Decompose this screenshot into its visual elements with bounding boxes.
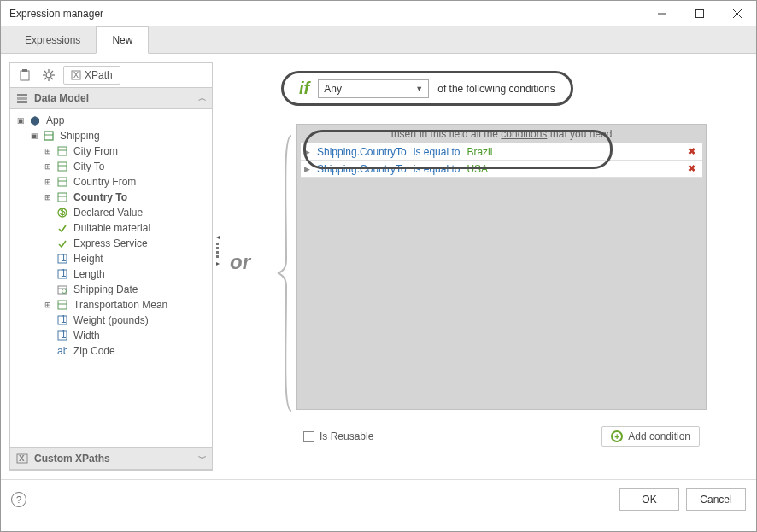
svg-line-12 <box>51 78 53 79</box>
expand-icon[interactable]: ⊞ <box>43 301 53 309</box>
reusable-checkbox[interactable] <box>303 431 314 442</box>
tree-item[interactable]: abcZip Code <box>12 343 210 359</box>
run-icon[interactable]: ▶ <box>304 165 310 173</box>
gear-icon[interactable] <box>39 66 58 85</box>
expand-icon[interactable]: ⊞ <box>43 162 53 171</box>
condition-value[interactable]: USA <box>467 163 488 175</box>
condition-operator[interactable]: is equal to <box>414 146 461 158</box>
tab-expressions[interactable]: Expressions <box>9 27 96 53</box>
data-model-panel: x XPath Data Model ︿ ▣ App ▣ Shipping ⊞C… <box>9 62 213 471</box>
help-button[interactable]: ? <box>11 492 26 507</box>
tab-new[interactable]: New <box>96 26 149 54</box>
expand-icon[interactable]: ⊞ <box>43 178 53 186</box>
tree-label: Country To <box>72 191 127 203</box>
window-title: Expression manager <box>9 8 643 20</box>
tree-item[interactable]: 1Height <box>12 251 210 266</box>
tree-item[interactable]: Duitable material <box>12 220 210 236</box>
tree-node-shipping[interactable]: ▣ Shipping <box>12 128 210 143</box>
condition-attribute[interactable]: Shipping.CountryTo <box>317 146 407 158</box>
attribute-icon: abc <box>56 344 69 358</box>
title-bar: Expression manager <box>1 1 756 26</box>
xpath-icon: x <box>71 70 81 80</box>
svg-point-39 <box>62 289 67 294</box>
tree-node-app[interactable]: ▣ App <box>12 113 210 128</box>
tree-label: Duitable material <box>72 222 150 234</box>
attribute-icon <box>56 221 69 235</box>
condition-row[interactable]: ▶Shipping.CountryTois equal toBrazil✖ <box>301 143 702 161</box>
collapse-icon[interactable]: ▣ <box>15 116 26 125</box>
match-mode-select[interactable]: Any ▼ <box>318 79 429 98</box>
tree-item[interactable]: ⊞Transportation Mean <box>12 297 210 313</box>
tree-label: Width <box>72 330 100 342</box>
minimize-button[interactable] <box>643 1 681 26</box>
condition-attribute[interactable]: Shipping.CountryTo <box>317 163 407 175</box>
delete-condition-icon[interactable]: ✖ <box>688 146 695 157</box>
entity-icon <box>42 129 56 143</box>
add-condition-button[interactable]: + Add condition <box>601 426 700 447</box>
svg-text:x: x <box>19 453 25 464</box>
attribute-icon: 1 <box>56 313 69 327</box>
svg-rect-19 <box>17 101 27 103</box>
tree-item[interactable]: Shipping Date <box>12 282 210 297</box>
svg-rect-25 <box>58 162 67 171</box>
attribute-icon <box>56 190 69 204</box>
attribute-icon: 1 <box>56 267 69 281</box>
svg-text:1: 1 <box>61 330 67 341</box>
tree-label: Shipping Date <box>72 284 138 295</box>
svg-text:abc: abc <box>57 346 67 356</box>
splitter-handle[interactable]: ◂▸ <box>216 233 220 267</box>
tree-item[interactable]: 1Width <box>12 328 210 343</box>
data-model-label: Data Model <box>34 92 89 104</box>
tree-label: Length <box>72 268 105 280</box>
attribute-icon: $ <box>56 206 69 219</box>
tree-item[interactable]: 1Weight (pounds) <box>12 313 210 328</box>
collapse-icon[interactable]: ▣ <box>29 132 39 140</box>
cancel-button[interactable]: Cancel <box>686 488 746 511</box>
dialog-footer: ? OK Cancel <box>1 479 756 518</box>
brace-icon <box>276 132 293 414</box>
tree-item[interactable]: ⊞Country To <box>12 190 210 205</box>
xpath-button[interactable]: x XPath <box>63 66 120 85</box>
cube-icon <box>28 114 42 127</box>
svg-rect-40 <box>58 301 67 309</box>
tree-label: Zip Code <box>72 345 115 357</box>
if-suffix: of the following conditions <box>437 83 555 95</box>
svg-rect-21 <box>44 132 53 140</box>
condition-value[interactable]: Brazil <box>467 146 492 158</box>
tree-label: Express Service <box>72 237 148 249</box>
data-model-tree[interactable]: ▣ App ▣ Shipping ⊞City From⊞City To⊞Coun… <box>10 109 212 447</box>
tree-label: Country From <box>72 176 136 188</box>
svg-rect-4 <box>21 71 29 80</box>
window-controls <box>643 1 756 26</box>
svg-text:1: 1 <box>61 315 67 325</box>
run-icon[interactable]: ▶ <box>304 148 310 156</box>
close-button[interactable] <box>719 1 756 26</box>
svg-rect-17 <box>17 94 27 96</box>
data-model-header[interactable]: Data Model ︿ <box>10 87 212 109</box>
tree-item[interactable]: 1Length <box>12 266 210 282</box>
svg-text:$: $ <box>60 208 66 218</box>
tree-item[interactable]: ⊞City From <box>12 143 210 159</box>
attribute-icon <box>56 175 69 189</box>
plus-icon: + <box>611 430 623 442</box>
ok-button[interactable]: OK <box>619 488 679 511</box>
condition-operator[interactable]: is equal to <box>414 163 461 175</box>
tree-item[interactable]: Express Service <box>12 236 210 251</box>
tree-item[interactable]: $Declared Value <box>12 205 210 220</box>
tree-label: Weight (pounds) <box>72 314 149 326</box>
expand-icon[interactable]: ⊞ <box>43 193 53 202</box>
attribute-icon <box>56 144 69 158</box>
tree-item[interactable]: ⊞Country From <box>12 174 210 190</box>
attribute-icon: 1 <box>56 329 69 342</box>
tree-label: City From <box>72 145 118 157</box>
tree-item[interactable]: ⊞City To <box>12 159 210 174</box>
maximize-button[interactable] <box>681 1 719 26</box>
svg-rect-29 <box>58 193 67 202</box>
delete-condition-icon[interactable]: ✖ <box>688 163 695 174</box>
expand-icon[interactable]: ⊞ <box>43 147 53 155</box>
tree-label: Height <box>72 253 103 265</box>
custom-xpaths-header[interactable]: x Custom XPaths ﹀ <box>10 447 212 470</box>
condition-row[interactable]: ▶Shipping.CountryTois equal toUSA✖ <box>301 161 702 178</box>
conditions-footer: Is Reusable + Add condition <box>296 421 707 452</box>
paste-icon[interactable] <box>15 66 34 85</box>
